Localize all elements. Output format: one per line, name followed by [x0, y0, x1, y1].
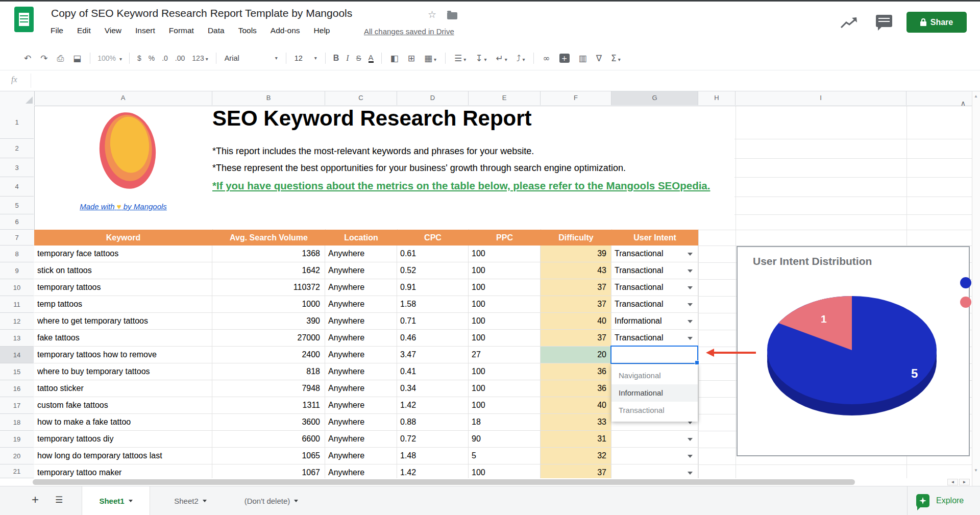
- cell-ppc[interactable]: 100: [469, 246, 541, 262]
- row-header-10[interactable]: 10: [0, 279, 34, 296]
- cell-keyword[interactable]: where to buy temporary tattoos: [34, 363, 212, 380]
- row-header-15[interactable]: 15: [0, 363, 34, 380]
- cell-ppc[interactable]: 100: [469, 330, 541, 347]
- cell-user-intent[interactable]: [611, 448, 698, 464]
- redo-icon[interactable]: ↷: [40, 53, 47, 63]
- cell-difficulty[interactable]: 37: [541, 279, 611, 296]
- cell-keyword[interactable]: tattoo sticker: [34, 380, 212, 397]
- intent-dropdown-icon[interactable]: [688, 472, 693, 477]
- cell-keyword[interactable]: custom fake tattoos: [34, 397, 212, 414]
- column-header-A[interactable]: A: [34, 91, 212, 105]
- sheet-tab-sheet1[interactable]: Sheet1: [82, 486, 150, 515]
- move-folder-icon[interactable]: [447, 12, 457, 19]
- menu-tools[interactable]: Tools: [238, 26, 257, 35]
- column-header-E[interactable]: E: [469, 91, 541, 105]
- cell-volume[interactable]: 1000: [212, 296, 325, 313]
- cell-ppc[interactable]: 100: [469, 296, 541, 313]
- star-icon[interactable]: ☆: [428, 9, 436, 20]
- cell-volume[interactable]: 1065: [212, 448, 325, 464]
- cell-location[interactable]: Anywhere: [325, 296, 397, 313]
- row-header-20[interactable]: 20: [0, 448, 34, 464]
- horizontal-scroll-thumb[interactable]: [33, 479, 855, 485]
- column-header-H[interactable]: H: [698, 91, 736, 105]
- column-header-G[interactable]: G: [611, 91, 698, 105]
- intent-dropdown-icon[interactable]: [688, 253, 693, 258]
- cell-user-intent[interactable]: Transactional: [611, 262, 698, 279]
- italic-button[interactable]: I: [346, 54, 349, 63]
- cell-keyword[interactable]: how long do temporary tattoos last: [34, 448, 212, 464]
- selected-cell-G14[interactable]: [610, 346, 698, 364]
- cell-location[interactable]: Anywhere: [325, 246, 397, 262]
- dropdown-option-transactional[interactable]: Transactional: [611, 402, 698, 419]
- intent-dropdown-icon[interactable]: [688, 337, 693, 342]
- format-currency-button[interactable]: $: [137, 54, 141, 62]
- cell-difficulty[interactable]: 37: [541, 296, 611, 313]
- cell-volume[interactable]: 390: [212, 313, 325, 330]
- cell-ppc[interactable]: 18: [469, 414, 541, 431]
- row-header-1[interactable]: 1: [0, 106, 34, 139]
- add-sheet-button[interactable]: +: [32, 493, 39, 507]
- spreadsheet-activity-icon[interactable]: [840, 17, 859, 30]
- text-rotation-icon[interactable]: ⤴▾: [517, 53, 525, 63]
- intent-dropdown-icon[interactable]: [688, 269, 693, 275]
- cell-ppc[interactable]: 100: [469, 313, 541, 330]
- row-header-17[interactable]: 17: [0, 397, 34, 414]
- insert-comment-icon[interactable]: +: [559, 54, 570, 63]
- sheet-tab-menu-icon[interactable]: [203, 500, 207, 504]
- row-header-9[interactable]: 9: [0, 262, 34, 279]
- cell-location[interactable]: Anywhere: [325, 262, 397, 279]
- menu-addons[interactable]: Add-ons: [271, 26, 300, 35]
- sheet-tab-menu-icon[interactable]: [129, 500, 133, 504]
- format-percent-button[interactable]: %: [149, 54, 155, 62]
- cell-difficulty[interactable]: 37: [541, 330, 611, 347]
- functions-icon[interactable]: Σ▾: [611, 53, 621, 63]
- intent-dropdown-icon[interactable]: [688, 455, 693, 460]
- more-formats-button[interactable]: 123▾: [192, 54, 208, 62]
- decrease-decimal-button[interactable]: .0: [162, 54, 168, 62]
- cell-difficulty[interactable]: 33: [541, 414, 611, 431]
- cell-location[interactable]: Anywhere: [325, 330, 397, 347]
- menu-insert[interactable]: Insert: [135, 26, 155, 35]
- intent-dropdown-icon[interactable]: [688, 320, 693, 326]
- cell-difficulty[interactable]: 36: [541, 380, 611, 397]
- merge-cells-icon[interactable]: ▦▾: [424, 53, 436, 63]
- cell-cpc[interactable]: 3.47: [397, 347, 469, 363]
- intent-dropdown-icon[interactable]: [688, 286, 693, 292]
- collapse-toolbar-icon[interactable]: ∧: [961, 99, 966, 107]
- cell-difficulty[interactable]: 32: [541, 448, 611, 464]
- dropdown-option-informational[interactable]: Informational: [611, 384, 698, 402]
- insert-link-icon[interactable]: ∞: [543, 53, 550, 63]
- cell-keyword[interactable]: temporary tattoos diy: [34, 431, 212, 448]
- cell-volume[interactable]: 3600: [212, 414, 325, 431]
- cell-ppc[interactable]: 27: [469, 347, 541, 363]
- save-status[interactable]: All changes saved in Drive: [364, 27, 454, 36]
- cell-keyword[interactable]: where to get temporary tattoos: [34, 313, 212, 330]
- document-title[interactable]: Copy of SEO Keyword Research Report Temp…: [51, 7, 352, 19]
- cell-difficulty[interactable]: 20: [541, 347, 611, 363]
- font-size-select[interactable]: 12▾: [295, 54, 317, 62]
- horizontal-align-icon[interactable]: ☰▾: [454, 53, 466, 63]
- fill-color-icon[interactable]: ◧: [390, 53, 399, 63]
- cell-cpc[interactable]: 0.72: [397, 431, 469, 448]
- menu-edit[interactable]: Edit: [77, 26, 91, 35]
- cell-keyword[interactable]: temp tattoos: [34, 296, 212, 313]
- cell-volume[interactable]: 818: [212, 363, 325, 380]
- column-header-B[interactable]: B: [212, 91, 325, 105]
- open-comments-icon[interactable]: [876, 15, 892, 27]
- row-header-16[interactable]: 16: [0, 380, 34, 397]
- cell-ppc[interactable]: 100: [469, 397, 541, 414]
- horizontal-scrollbar[interactable]: ◄ ►: [0, 478, 972, 486]
- cell-volume[interactable]: 2400: [212, 347, 325, 363]
- cell-ppc[interactable]: 100: [469, 279, 541, 296]
- cell-location[interactable]: Anywhere: [325, 431, 397, 448]
- cell-ppc[interactable]: 100: [469, 363, 541, 380]
- row-header-12[interactable]: 12: [0, 313, 34, 330]
- scroll-right-button[interactable]: ►: [959, 479, 970, 485]
- cell-volume[interactable]: 110372: [212, 279, 325, 296]
- row-header-2[interactable]: 2: [0, 139, 34, 158]
- cell-keyword[interactable]: temporary tattoos how to remove: [34, 347, 212, 363]
- row-header-6[interactable]: 6: [0, 214, 34, 230]
- row-header-4[interactable]: 4: [0, 177, 34, 197]
- row-header-5[interactable]: 5: [0, 197, 34, 214]
- column-header-I[interactable]: I: [736, 91, 906, 105]
